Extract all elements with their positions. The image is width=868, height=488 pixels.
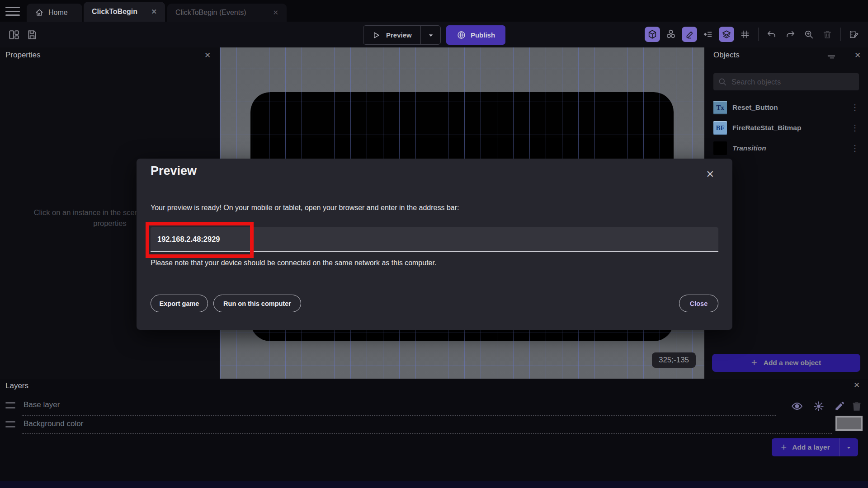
edit-scene-events-button[interactable] xyxy=(846,27,862,42)
tab-home[interactable]: Home xyxy=(27,4,82,22)
trash-icon xyxy=(822,29,832,39)
close-tab-icon[interactable]: ✕ xyxy=(273,9,278,17)
main-menu-button[interactable] xyxy=(5,6,20,17)
layers-icon xyxy=(722,29,731,39)
toggle-panels-icon[interactable] xyxy=(8,29,20,41)
object-item-transition[interactable]: Transition ⋮ xyxy=(704,139,868,158)
home-icon xyxy=(35,8,44,17)
bitmap-font-thumbnail: BF xyxy=(713,121,727,135)
layer-effects-icon[interactable] xyxy=(813,400,825,412)
drag-handle-icon[interactable] xyxy=(5,421,15,427)
tab-events-label: ClickToBegin (Events) xyxy=(175,9,246,17)
object-menu-icon[interactable]: ⋮ xyxy=(851,143,859,153)
layers-panel: Layers ✕ Base layer Background color + A… xyxy=(0,379,868,481)
object-name: Transition xyxy=(732,144,766,152)
layers-panel-title: Layers xyxy=(5,381,28,390)
objects-panel-title: Objects xyxy=(713,51,740,60)
close-icon[interactable]: ✕ xyxy=(204,51,211,60)
chevron-down-icon xyxy=(428,32,434,38)
object-name: FireRateStat_Bitmap xyxy=(732,124,801,132)
filter-icon[interactable] xyxy=(826,52,836,62)
object-item-fireratestat-bitmap[interactable]: BF FireRateStat_Bitmap ⋮ xyxy=(704,118,868,137)
edit-sheet-icon xyxy=(849,29,859,39)
cube-icon xyxy=(647,29,657,39)
close-icon[interactable]: ✕ xyxy=(854,380,860,390)
close-tab-icon[interactable]: ✕ xyxy=(151,8,157,16)
color-swatch-fill xyxy=(837,418,861,429)
edit-layer-icon[interactable] xyxy=(834,400,845,412)
undo-button[interactable] xyxy=(764,27,779,42)
cursor-coordinates-badge: 325;-135 xyxy=(652,352,696,368)
object-menu-icon[interactable]: ⋮ xyxy=(851,103,859,113)
layer-row-base[interactable]: Base layer xyxy=(0,398,868,415)
close-icon[interactable]: ✕ xyxy=(854,51,861,60)
preview-button[interactable]: Preview xyxy=(363,25,441,45)
add-layer-button[interactable]: + Add a layer xyxy=(772,438,858,456)
visibility-eye-icon[interactable] xyxy=(791,400,803,412)
run-on-this-computer-button[interactable]: Run on this computer xyxy=(213,295,301,312)
toolbar-divider xyxy=(758,28,759,41)
chevron-down-icon xyxy=(846,445,852,450)
properties-panel-toggle[interactable] xyxy=(682,27,697,42)
add-layer-options-button[interactable] xyxy=(839,438,858,456)
layer-name: Base layer xyxy=(24,400,60,409)
add-new-object-button[interactable]: + Add a new object xyxy=(712,354,860,372)
grid-button[interactable] xyxy=(737,27,753,42)
row-divider xyxy=(22,433,832,434)
dialog-message: Your preview is ready! On your mobile or… xyxy=(151,204,459,212)
plus-icon: + xyxy=(781,442,787,452)
objects-panel-header: Objects ✕ xyxy=(704,47,868,63)
publish-button[interactable]: Publish xyxy=(446,25,505,45)
grid-icon xyxy=(740,29,750,39)
properties-panel-header: Properties ✕ xyxy=(0,47,220,63)
object-item-reset-button[interactable]: Tx Reset_Button ⋮ xyxy=(704,98,868,117)
layer-row-background-color[interactable]: Background color xyxy=(0,417,868,434)
layer-name: Background color xyxy=(24,419,83,428)
objects-search-box xyxy=(713,73,859,90)
object-name: Reset_Button xyxy=(732,103,778,112)
tab-scene[interactable]: ClickToBegin ✕ xyxy=(84,2,165,22)
tab-home-label: Home xyxy=(48,9,68,17)
text-object-thumbnail: Tx xyxy=(713,101,727,114)
sprite-thumbnail xyxy=(713,141,727,155)
add-new-object-label: Add a new object xyxy=(764,359,821,367)
properties-panel-title: Properties xyxy=(5,51,40,60)
play-icon xyxy=(372,31,381,40)
preview-address-value: 192.168.2.48:2929 xyxy=(157,235,220,244)
add-layer-label: Add a layer xyxy=(792,443,830,451)
toolbar-divider xyxy=(840,28,841,41)
preview-options-button[interactable] xyxy=(420,26,440,44)
close-dialog-icon[interactable]: ✕ xyxy=(706,169,714,180)
pencil-icon xyxy=(685,30,694,39)
save-icon[interactable] xyxy=(26,29,38,41)
delete-layer-icon[interactable] xyxy=(851,400,863,412)
tab-bar: Home ClickToBegin ✕ ClickToBegin (Events… xyxy=(0,0,868,22)
preview-button-label: Preview xyxy=(386,31,412,39)
close-button[interactable]: Close xyxy=(679,295,718,312)
globe-icon xyxy=(457,30,466,40)
undo-icon xyxy=(767,29,777,39)
search-objects-input[interactable] xyxy=(731,78,854,86)
object-group-icon xyxy=(665,29,676,40)
background-color-swatch[interactable] xyxy=(835,416,863,431)
row-divider xyxy=(22,415,776,416)
search-icon xyxy=(718,77,727,86)
redo-button[interactable] xyxy=(783,27,798,42)
gdevelop-app: Home ClickToBegin ✕ ClickToBegin (Events… xyxy=(0,0,868,488)
layers-panel-toggle[interactable] xyxy=(719,27,734,42)
drag-handle-icon[interactable] xyxy=(5,402,15,408)
redo-icon xyxy=(785,29,795,39)
instances-list-button[interactable] xyxy=(700,27,716,42)
objects-panel-toggle[interactable] xyxy=(645,27,660,42)
object-groups-button[interactable] xyxy=(663,27,679,42)
zoom-in-button[interactable] xyxy=(801,27,816,42)
export-game-button[interactable]: Export game xyxy=(151,295,208,312)
toolbar: Preview Publish xyxy=(0,22,868,47)
tab-scene-label: ClickToBegin xyxy=(92,8,137,16)
preview-address-field[interactable]: 192.168.2.48:2929 xyxy=(151,227,718,252)
delete-button[interactable] xyxy=(820,27,835,42)
dialog-note: Please note that your device should be c… xyxy=(151,259,436,267)
plus-icon: + xyxy=(751,358,757,368)
object-menu-icon[interactable]: ⋮ xyxy=(851,123,859,133)
tab-events[interactable]: ClickToBegin (Events) ✕ xyxy=(167,4,287,22)
